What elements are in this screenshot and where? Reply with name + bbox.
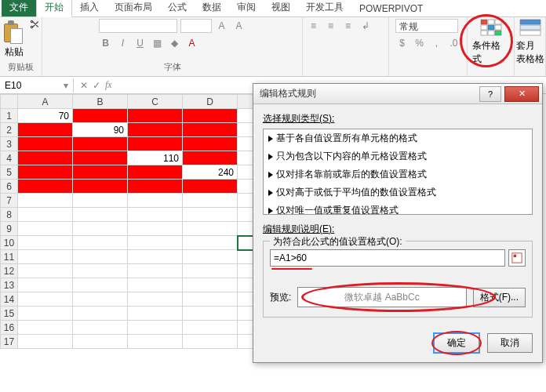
row-header[interactable]: 14 xyxy=(1,292,18,307)
cell[interactable] xyxy=(73,222,128,236)
cell[interactable] xyxy=(183,151,238,165)
cell[interactable] xyxy=(18,236,73,250)
row-header[interactable]: 9 xyxy=(1,222,18,236)
align-top-icon[interactable]: ≡ xyxy=(307,19,321,33)
cell[interactable] xyxy=(128,109,183,123)
rule-type-item[interactable]: 基于各自值设置所有单元格的格式 xyxy=(264,129,532,147)
cancel-icon[interactable]: ✕ xyxy=(80,80,88,91)
cell[interactable] xyxy=(73,165,128,180)
increase-font-icon[interactable]: A xyxy=(215,19,229,33)
tab-insert[interactable]: 插入 xyxy=(72,0,107,16)
row-header[interactable]: 5 xyxy=(1,165,18,180)
cell[interactable] xyxy=(18,208,73,222)
cell[interactable] xyxy=(73,194,128,208)
rule-type-item[interactable]: 仅对唯一值或重复值设置格式 xyxy=(264,201,532,215)
cut-icon[interactable] xyxy=(29,19,40,30)
cell[interactable] xyxy=(73,236,128,250)
cell[interactable] xyxy=(183,109,238,123)
cell[interactable] xyxy=(128,180,183,194)
row-header[interactable]: 10 xyxy=(1,236,18,250)
cell[interactable] xyxy=(18,165,73,180)
inc-dec-icon[interactable]: .0 xyxy=(447,36,461,50)
col-header[interactable]: C xyxy=(128,95,183,109)
currency-icon[interactable]: $ xyxy=(395,36,410,50)
bold-button[interactable]: B xyxy=(99,36,113,50)
cell[interactable] xyxy=(128,165,183,180)
rule-type-item[interactable]: 仅对排名靠前或靠后的数值设置格式 xyxy=(264,165,532,183)
row-header[interactable]: 6 xyxy=(1,180,18,194)
active-cell[interactable] xyxy=(238,236,253,250)
row-header[interactable]: 1 xyxy=(1,109,18,123)
row-header[interactable]: 8 xyxy=(1,208,18,222)
cell[interactable] xyxy=(183,236,238,250)
cell[interactable] xyxy=(128,236,183,250)
format-button[interactable]: 格式(F)... xyxy=(473,288,526,307)
select-all[interactable] xyxy=(1,95,18,109)
chevron-down-icon[interactable]: ▾ xyxy=(64,80,68,91)
cell[interactable] xyxy=(183,222,238,236)
close-button[interactable]: ✕ xyxy=(504,86,539,102)
italic-button[interactable]: I xyxy=(116,36,130,50)
cell[interactable]: 70 xyxy=(18,109,73,123)
help-button[interactable]: ? xyxy=(479,86,501,102)
formula-input[interactable] xyxy=(270,249,505,267)
wrap-text-icon[interactable]: ↲ xyxy=(359,19,373,33)
tab-review[interactable]: 审阅 xyxy=(229,0,264,16)
row-header[interactable]: 4 xyxy=(1,151,18,165)
cell[interactable] xyxy=(183,194,238,208)
underline-button[interactable]: U xyxy=(133,36,147,50)
cell[interactable] xyxy=(128,222,183,236)
cell[interactable] xyxy=(128,194,183,208)
conditional-format-button[interactable]: 条件格式 xyxy=(472,19,509,66)
cell[interactable] xyxy=(18,180,73,194)
font-size[interactable] xyxy=(180,19,212,33)
font-name[interactable] xyxy=(99,19,177,33)
cell[interactable] xyxy=(183,137,238,151)
cell[interactable] xyxy=(183,208,238,222)
align-bot-icon[interactable]: ≡ xyxy=(341,19,355,33)
row-header[interactable]: 17 xyxy=(1,335,18,349)
tab-home[interactable]: 开始 xyxy=(36,0,72,17)
cell[interactable] xyxy=(73,151,128,165)
col-header[interactable]: B xyxy=(73,95,128,109)
cell[interactable]: 90 xyxy=(73,123,128,137)
cell[interactable] xyxy=(18,151,73,165)
percent-icon[interactable]: % xyxy=(413,36,427,50)
cell[interactable]: 110 xyxy=(128,151,183,165)
row-header[interactable]: 11 xyxy=(1,250,18,264)
cell[interactable] xyxy=(73,180,128,194)
ok-button[interactable]: 确定 xyxy=(434,333,479,353)
cell[interactable] xyxy=(73,137,128,151)
cell[interactable] xyxy=(18,137,73,151)
col-header[interactable]: D xyxy=(183,95,238,109)
row-header[interactable]: 12 xyxy=(1,264,18,278)
cancel-button[interactable]: 取消 xyxy=(487,333,533,353)
paste-button[interactable]: 粘贴 xyxy=(2,19,26,59)
cell[interactable] xyxy=(73,109,128,123)
row-header[interactable]: 15 xyxy=(1,307,18,321)
dialog-titlebar[interactable]: 编辑格式规则 ? ✕ xyxy=(253,84,542,104)
tab-file[interactable]: 文件 xyxy=(2,0,36,16)
decrease-font-icon[interactable]: A xyxy=(232,19,246,33)
name-box[interactable]: E10▾ xyxy=(0,78,74,93)
row-header[interactable]: 3 xyxy=(1,137,18,151)
cell[interactable] xyxy=(183,180,238,194)
row-header[interactable]: 13 xyxy=(1,278,18,292)
row-header[interactable]: 7 xyxy=(1,194,18,208)
row-header[interactable]: 2 xyxy=(1,123,18,137)
align-mid-icon[interactable]: ≡ xyxy=(324,19,338,33)
col-header[interactable]: A xyxy=(18,95,73,109)
tab-dev[interactable]: 开发工具 xyxy=(298,0,351,16)
cell[interactable] xyxy=(73,208,128,222)
rule-type-item[interactable]: 仅对高于或低于平均值的数值设置格式 xyxy=(264,183,532,201)
range-selector-button[interactable] xyxy=(508,249,526,267)
font-color-button[interactable]: A xyxy=(185,36,199,50)
tab-layout[interactable]: 页面布局 xyxy=(107,0,160,16)
tab-formulas[interactable]: 公式 xyxy=(160,0,195,16)
tab-view[interactable]: 视图 xyxy=(264,0,298,16)
row-header[interactable]: 16 xyxy=(1,321,18,335)
cell[interactable] xyxy=(18,222,73,236)
cell[interactable] xyxy=(128,123,183,137)
number-format[interactable]: 常规 xyxy=(395,19,458,33)
enter-icon[interactable]: ✓ xyxy=(93,80,100,91)
